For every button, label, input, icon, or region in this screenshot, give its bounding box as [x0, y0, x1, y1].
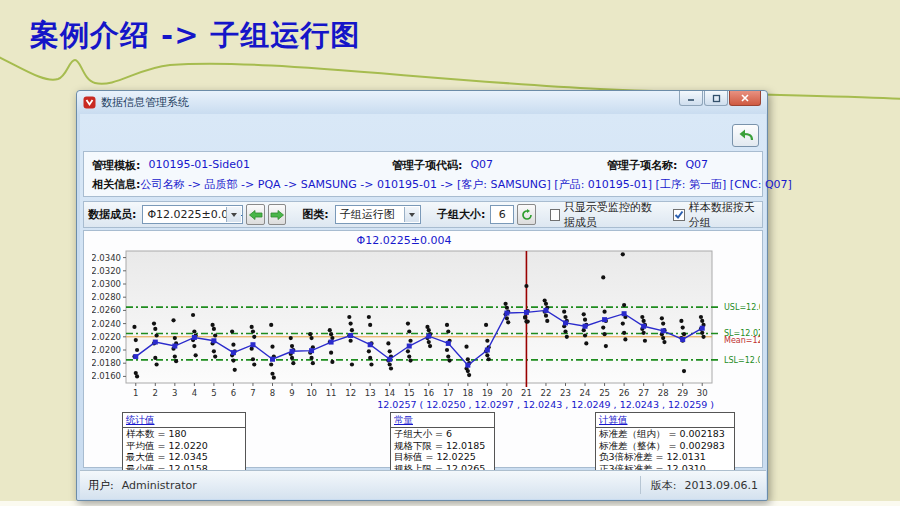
svg-text:6: 6	[231, 388, 236, 398]
svg-text:19: 19	[482, 388, 493, 398]
svg-text:12.0320: 12.0320	[92, 266, 121, 276]
svg-text:21: 21	[521, 388, 532, 398]
svg-text:23: 23	[560, 388, 571, 398]
constants-row: 规格下限 = 12.0185	[391, 440, 494, 452]
minimize-button[interactable]	[679, 91, 703, 106]
data-member-label: 数据成员:	[88, 207, 136, 222]
svg-text:14: 14	[384, 388, 395, 398]
constants-box-title: 常量	[391, 413, 494, 428]
subgroup-size-input[interactable]: 6	[490, 205, 514, 224]
app-window: 数据信息管理系统 管理模板: 010195-01-Side01 管理子项代码: …	[76, 90, 768, 501]
svg-text:30: 30	[697, 388, 708, 398]
monitored-only-label: 只显示受监控的数据成员	[564, 200, 659, 230]
svg-text:1: 1	[133, 388, 138, 398]
chevron-down-icon	[404, 207, 419, 222]
svg-text:12.0180: 12.0180	[92, 358, 121, 368]
maximize-button[interactable]	[704, 91, 728, 106]
svg-text:12.0240: 12.0240	[92, 319, 121, 329]
svg-text:11: 11	[326, 388, 337, 398]
svg-text:4: 4	[192, 388, 197, 398]
svg-text:25: 25	[599, 388, 610, 398]
chevron-down-icon	[226, 207, 241, 222]
svg-text:16: 16	[423, 388, 434, 398]
svg-text:2: 2	[153, 388, 158, 398]
calculated-row: 负3倍标准差 = 12.0131	[596, 451, 734, 463]
svg-text:5: 5	[211, 388, 216, 398]
svg-text:15: 15	[404, 388, 415, 398]
related-info-value: 公司名称 -> 品质部 -> PQA -> SAMSUNG -> 010195-…	[140, 177, 791, 192]
svg-text:20: 20	[501, 388, 512, 398]
calculated-row: 标准差（组内） = 0.002183	[596, 428, 734, 440]
calculated-row: 标准差（整体） = 0.002983	[596, 440, 734, 452]
version-value: 2013.09.06.1	[685, 479, 758, 492]
subitem-code-value: Q07	[470, 158, 493, 173]
constants-box: 常量 子组大小 = 6 规格下限 = 12.0185 目标值 = 12.0225…	[390, 412, 495, 475]
status-bar: 用户: Administrator 版本: 2013.09.06.1	[80, 470, 766, 499]
svg-text:USL=12.0265: USL=12.0265	[724, 303, 760, 312]
constants-row: 目标值 = 12.0225	[391, 451, 494, 463]
calculated-box-title: 计算值	[596, 413, 734, 428]
app-icon	[83, 96, 96, 109]
svg-text:12: 12	[345, 388, 356, 398]
subitem-code-label: 管理子项代码:	[392, 158, 462, 173]
calculated-box: 计算值 标准差（组内） = 0.002183 标准差（整体） = 0.00298…	[595, 412, 735, 475]
svg-text:17: 17	[443, 388, 454, 398]
prev-member-button[interactable]	[246, 204, 265, 225]
svg-text:12.0220: 12.0220	[92, 332, 121, 342]
user-label: 用户:	[88, 478, 114, 493]
groupby-day-label: 样本数据按天分组	[689, 200, 758, 230]
slide: 案例介绍 -> 子组运行图 数据信息管理系统 管理模板: 010195-01-S…	[0, 0, 900, 506]
svg-text:12.0340: 12.0340	[92, 253, 121, 263]
groupby-day-checkbox[interactable]	[673, 209, 685, 221]
page-title: 案例介绍 -> 子组运行图	[30, 16, 361, 56]
user-value: Administrator	[122, 479, 197, 492]
svg-text:12.0160: 12.0160	[92, 371, 121, 381]
selected-subgroup-values: 12.0257 ( 12.0250 , 12.0297 , 12.0243 , …	[84, 399, 714, 410]
stats-box-title: 统计值	[123, 413, 245, 428]
svg-text:22: 22	[541, 388, 552, 398]
svg-text:27: 27	[638, 388, 649, 398]
stats-box: 统计值 样本数 = 180 平均值 = 12.0220 最大值 = 12.034…	[122, 412, 246, 475]
svg-text:29: 29	[677, 388, 688, 398]
subitem-name-value: Q07	[685, 158, 708, 173]
svg-text:12.0200: 12.0200	[92, 345, 121, 355]
svg-text:Mean=12.0220: Mean=12.0220	[724, 336, 760, 345]
subgroup-size-label: 子组大小:	[437, 207, 485, 222]
info-panel: 管理模板: 010195-01-Side01 管理子项代码: Q07 管理子项名…	[83, 151, 763, 197]
svg-text:LSL=12.0185: LSL=12.0185	[724, 356, 760, 365]
svg-text:24: 24	[580, 388, 591, 398]
monitored-only-checkbox[interactable]	[550, 209, 560, 221]
data-member-select[interactable]: Φ12.0225±0.004	[142, 205, 243, 224]
svg-text:26: 26	[619, 388, 630, 398]
close-button[interactable]	[729, 91, 761, 106]
chart-type-value: 子组运行图	[340, 207, 395, 222]
next-member-button[interactable]	[268, 204, 287, 225]
svg-text:8: 8	[270, 388, 275, 398]
refresh-icon	[521, 209, 533, 221]
template-label: 管理模板:	[92, 158, 140, 173]
return-button[interactable]	[732, 124, 759, 147]
template-value: 010195-01-Side01	[148, 158, 250, 173]
toolbar: 数据成员: Φ12.0225±0.004 图类: 子组运行图 子组大小: 6	[83, 201, 763, 228]
svg-text:12.0300: 12.0300	[92, 279, 121, 289]
chart-type-select[interactable]: 子组运行图	[335, 205, 421, 224]
svg-text:13: 13	[365, 388, 376, 398]
refresh-button[interactable]	[517, 204, 536, 225]
svg-text:28: 28	[658, 388, 669, 398]
stats-row: 最大值 = 12.0345	[123, 451, 245, 463]
svg-text:10: 10	[306, 388, 317, 398]
run-chart[interactable]: 12.016012.018012.020012.022012.024012.02…	[92, 245, 760, 403]
chart-panel: Φ12.0225±0.004 12.016012.018012.020012.0…	[83, 230, 763, 468]
window-titlebar[interactable]: 数据信息管理系统	[77, 91, 767, 114]
svg-text:7: 7	[250, 388, 255, 398]
window-title: 数据信息管理系统	[101, 95, 189, 110]
subitem-name-label: 管理子项名称:	[607, 158, 677, 173]
stats-row: 样本数 = 180	[123, 428, 245, 440]
svg-text:9: 9	[289, 388, 294, 398]
arrow-right-icon	[270, 210, 284, 220]
svg-text:3: 3	[172, 388, 177, 398]
stats-row: 平均值 = 12.0220	[123, 440, 245, 452]
return-arrow-icon	[737, 128, 754, 143]
svg-text:12.0280: 12.0280	[92, 292, 121, 302]
constants-row: 子组大小 = 6	[391, 428, 494, 440]
